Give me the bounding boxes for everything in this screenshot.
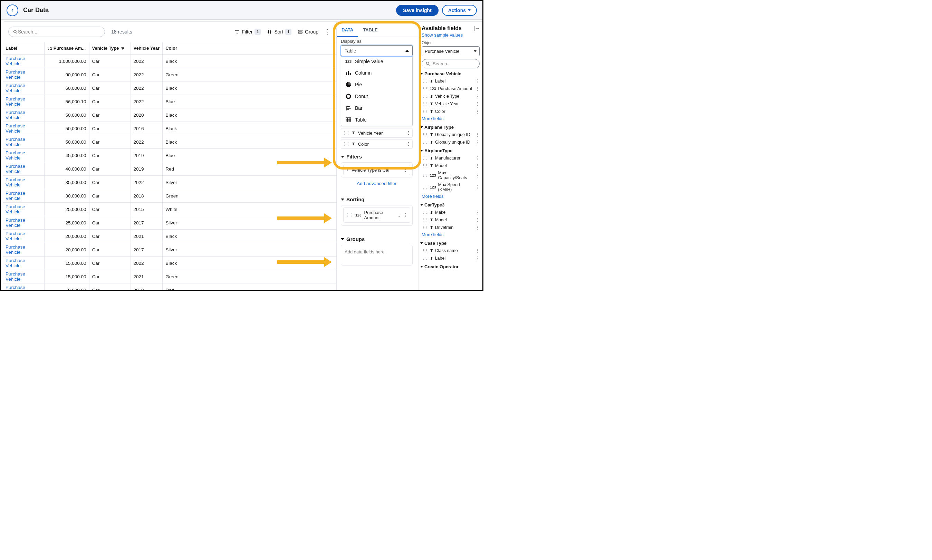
field-menu[interactable]: ⋮: [406, 141, 411, 147]
cell-label[interactable]: Purchase Vehicle: [3, 189, 44, 203]
table-row[interactable]: Purchase Vehicle25,000.00Car2017Silver: [3, 216, 336, 229]
cell-label[interactable]: Purchase Vehicle: [3, 257, 44, 270]
available-field[interactable]: ⋮⋮TManufacturer⋮: [421, 154, 480, 162]
table-row[interactable]: Purchase Vehicle20,000.00Car2021Black: [3, 229, 336, 243]
cell-label[interactable]: Purchase Vehicle: [3, 243, 44, 257]
display-option-bar[interactable]: Bar: [341, 102, 412, 114]
display-option-pie[interactable]: Pie: [341, 79, 412, 91]
table-row[interactable]: Purchase Vehicle45,000.00Car2019Blue: [3, 149, 336, 162]
table-row[interactable]: Purchase Vehicle1,000,000.00Car2022Black: [3, 55, 336, 68]
drag-handle-icon[interactable]: ⋮⋮: [421, 132, 428, 137]
filter-item-menu[interactable]: ⋮: [403, 167, 408, 172]
available-field[interactable]: ⋮⋮TClass name⋮: [421, 247, 480, 254]
drag-handle-icon[interactable]: ⋮⋮: [421, 225, 428, 230]
table-row[interactable]: Purchase Vehicle35,000.00Car2022Silver: [3, 176, 336, 189]
cell-label[interactable]: Purchase Vehicle: [3, 108, 44, 122]
more-fields-link[interactable]: More fields: [421, 232, 444, 237]
field-menu[interactable]: ⋮: [475, 255, 480, 261]
available-field[interactable]: ⋮⋮TGlobally unique ID⋮: [421, 138, 480, 146]
field-menu[interactable]: ⋮: [475, 155, 480, 161]
more-fields-link[interactable]: More fields: [421, 116, 444, 121]
sort-item-menu[interactable]: ⋮: [403, 212, 408, 218]
field-menu[interactable]: ⋮: [475, 140, 480, 145]
results-more-menu[interactable]: ⋮: [325, 29, 331, 35]
field-menu[interactable]: ⋮: [475, 209, 480, 215]
col-header-vtype[interactable]: Vehicle Type: [89, 42, 131, 55]
drag-handle-icon[interactable]: ⋮⋮: [343, 131, 349, 135]
drag-handle-icon[interactable]: ⋮⋮: [421, 79, 428, 83]
search-input[interactable]: [18, 29, 100, 34]
table-row[interactable]: Purchase Vehicle60,000.00Car2022Black: [3, 82, 336, 95]
sort-direction-icon[interactable]: ↓: [398, 213, 401, 218]
table-row[interactable]: Purchase Vehicle50,000.00Car2016Black: [3, 122, 336, 135]
cell-label[interactable]: Purchase Vehicle: [3, 135, 44, 149]
drag-handle-icon[interactable]: ⋮⋮: [421, 249, 428, 253]
table-row[interactable]: Purchase Vehicle20,000.00Car2017Silver: [3, 243, 336, 257]
table-row[interactable]: Purchase Vehicle15,000.00Car2021Green: [3, 270, 336, 283]
field-menu[interactable]: ⋮: [475, 163, 480, 168]
actions-button[interactable]: Actions: [442, 5, 477, 16]
filter-tool[interactable]: Filter 1: [234, 29, 261, 35]
drag-handle-icon[interactable]: ⋮⋮: [421, 185, 428, 189]
available-field[interactable]: ⋮⋮TColor⋮: [421, 108, 480, 115]
available-field[interactable]: ⋮⋮TVehicle Year⋮: [421, 100, 480, 108]
available-field[interactable]: ⋮⋮123Purchase Amount⋮: [421, 85, 480, 92]
save-insight-button[interactable]: Save insight: [396, 5, 438, 16]
config-column-field[interactable]: ⋮⋮TVehicle Year⋮: [341, 128, 413, 138]
groups-section[interactable]: Groups: [341, 236, 413, 242]
field-menu[interactable]: ⋮: [475, 101, 480, 107]
fields-search-input[interactable]: [433, 61, 476, 66]
config-scroll[interactable]: Display as Table 123Simple ValueColumnPi…: [337, 35, 417, 290]
field-group-header[interactable]: Case Type: [420, 241, 480, 246]
field-group-header[interactable]: Purchase Vehicle: [420, 71, 480, 76]
table-row[interactable]: Purchase Vehicle90,000.00Car2022Green: [3, 68, 336, 82]
col-header-vyear[interactable]: Vehicle Year: [131, 42, 163, 55]
drag-handle-icon[interactable]: ⋮⋮: [346, 213, 352, 217]
display-option-column[interactable]: Column: [341, 67, 412, 79]
add-advanced-filter-link[interactable]: Add advanced filter: [341, 181, 413, 186]
display-option-table[interactable]: Table: [341, 114, 412, 126]
table-row[interactable]: Purchase Vehicle25,000.00Car2015White: [3, 203, 336, 216]
filter-item[interactable]: TVehicle Type is Car⋮: [343, 165, 410, 175]
field-group-header[interactable]: Create Operator: [420, 264, 480, 269]
available-field[interactable]: ⋮⋮TVehicle Type⋮: [421, 92, 480, 100]
field-menu[interactable]: ⋮: [475, 132, 480, 137]
cell-label[interactable]: Purchase Vehicle: [3, 203, 44, 216]
field-menu[interactable]: ⋮: [475, 248, 480, 254]
cell-label[interactable]: Purchase Vehicle: [3, 176, 44, 189]
field-menu[interactable]: ⋮: [475, 185, 480, 190]
drag-handle-icon[interactable]: ⋮⋮: [421, 156, 428, 160]
cell-label[interactable]: Purchase Vehicle: [3, 122, 44, 135]
filters-section[interactable]: Filters: [341, 154, 413, 160]
cell-label[interactable]: Purchase Vehicle: [3, 270, 44, 283]
drag-handle-icon[interactable]: ⋮⋮: [421, 94, 428, 99]
cell-label[interactable]: Purchase Vehicle: [3, 95, 44, 108]
field-group-header[interactable]: CarType3: [420, 202, 480, 208]
available-field[interactable]: ⋮⋮TDrivetrain⋮: [421, 224, 480, 231]
sort-tool[interactable]: Sort 1: [267, 29, 291, 35]
field-menu[interactable]: ⋮: [475, 225, 480, 230]
drag-handle-icon[interactable]: ⋮⋮: [421, 210, 428, 215]
available-field[interactable]: ⋮⋮TMake⋮: [421, 209, 480, 216]
drag-handle-icon[interactable]: ⋮⋮: [421, 102, 428, 106]
sorting-section[interactable]: Sorting: [341, 197, 413, 202]
drag-handle-icon[interactable]: ⋮⋮: [421, 256, 428, 261]
drag-handle-icon[interactable]: ⋮⋮: [421, 140, 428, 145]
tab-table[interactable]: TABLE: [358, 24, 382, 37]
show-sample-values-link[interactable]: Show sample values: [421, 32, 463, 38]
field-menu[interactable]: ⋮: [475, 78, 480, 84]
table-row[interactable]: Purchase Vehicle8,000.00Car2019Red: [3, 283, 336, 290]
cell-label[interactable]: Purchase Vehicle: [3, 216, 44, 229]
field-menu[interactable]: ⋮: [475, 172, 480, 178]
table-row[interactable]: Purchase Vehicle56,000.10Car2022Blue: [3, 95, 336, 108]
cell-label[interactable]: Purchase Vehicle: [3, 55, 44, 68]
search-box[interactable]: [8, 26, 105, 37]
table-row[interactable]: Purchase Vehicle40,000.00Car2019Red: [3, 162, 336, 176]
config-column-field[interactable]: ⋮⋮TColor⋮: [341, 139, 413, 149]
fields-search-box[interactable]: [421, 59, 480, 68]
back-button[interactable]: [6, 5, 18, 16]
field-menu[interactable]: ⋮: [475, 109, 480, 114]
group-tool[interactable]: Group: [298, 29, 318, 34]
object-select[interactable]: Purchase Vehicle: [421, 46, 480, 56]
cell-label[interactable]: Purchase Vehicle: [3, 229, 44, 243]
